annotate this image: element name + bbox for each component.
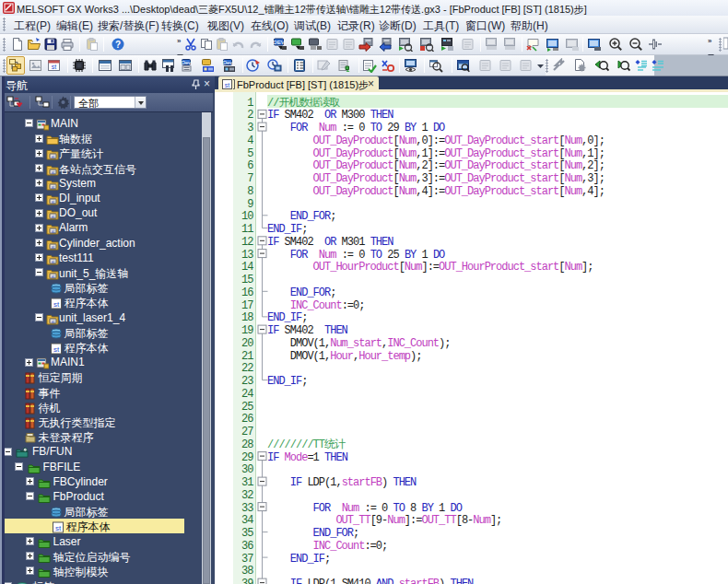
svg-text:st: st bbox=[52, 64, 57, 70]
svg-text:st: st bbox=[53, 300, 59, 309]
svg-text:st: st bbox=[54, 524, 61, 532]
svg-text:Dev: Dev bbox=[182, 60, 192, 65]
svg-text:st: st bbox=[225, 82, 230, 88]
svg-text:DEV: DEV bbox=[273, 40, 284, 45]
svg-text:Dev: Dev bbox=[223, 60, 233, 65]
svg-text:st: st bbox=[53, 345, 59, 354]
svg-text:?: ? bbox=[115, 40, 121, 50]
